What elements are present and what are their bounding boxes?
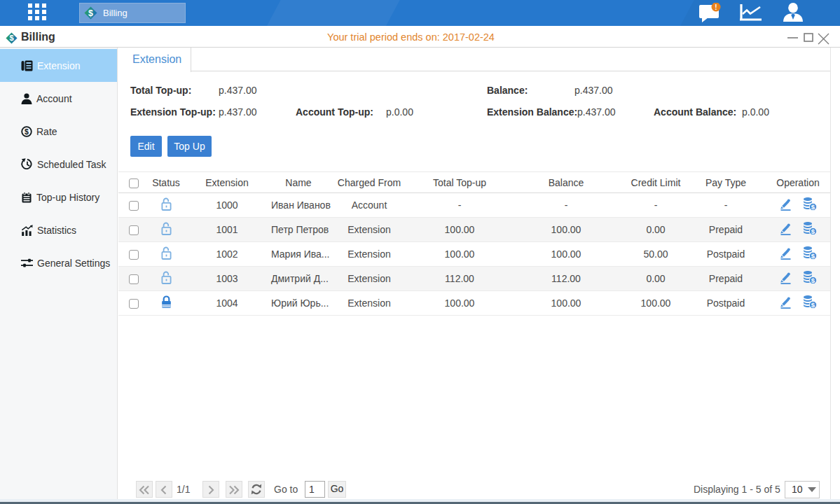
svg-text:$: $ — [811, 252, 815, 260]
svg-text:!: ! — [715, 4, 717, 11]
svg-text:$: $ — [811, 227, 815, 235]
svg-text:$: $ — [25, 127, 29, 135]
svg-text:$: $ — [811, 301, 815, 309]
svg-text:$: $ — [88, 8, 93, 18]
svg-text:$: $ — [811, 276, 815, 284]
svg-text:$: $ — [811, 203, 815, 211]
